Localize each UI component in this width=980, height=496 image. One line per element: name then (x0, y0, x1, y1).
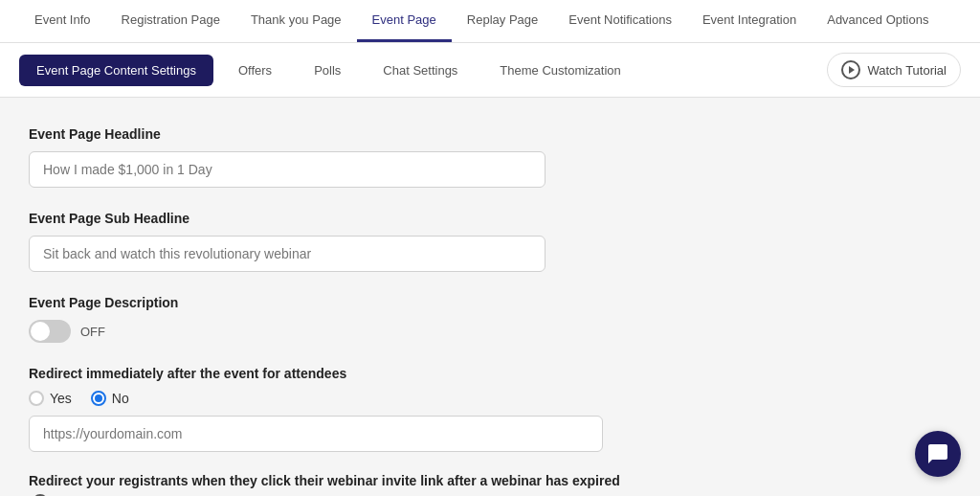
watch-tutorial-button[interactable]: Watch Tutorial (827, 53, 961, 87)
radio-no-item[interactable]: No (91, 391, 129, 406)
description-label: Event Page Description (29, 295, 622, 310)
chat-bubble-icon (926, 442, 949, 465)
chat-bubble-button[interactable] (915, 431, 961, 477)
redirect-attendees-section: Redirect immediately after the event for… (29, 366, 622, 452)
subnav-offers[interactable]: Offers (221, 55, 289, 86)
radio-yes-item[interactable]: Yes (29, 391, 72, 406)
play-icon (841, 60, 860, 79)
headline-section: Event Page Headline (29, 126, 622, 188)
registrant-redirect-label: Redirect your registrants when they clic… (29, 471, 622, 496)
sub-headline-section: Event Page Sub Headline (29, 211, 622, 272)
nav-replay-page[interactable]: Replay Page (452, 0, 553, 42)
radio-no-label: No (112, 391, 129, 406)
sub-navigation: Event Page Content Settings Offers Polls… (0, 43, 980, 98)
headline-label: Event Page Headline (29, 126, 622, 142)
redirect-radio-group: Yes No (29, 391, 622, 406)
sub-headline-input[interactable] (29, 236, 546, 272)
nav-event-notifications[interactable]: Event Notifications (553, 0, 687, 42)
nav-thank-you-page[interactable]: Thank you Page (235, 0, 357, 42)
redirect-url-input[interactable] (29, 416, 603, 452)
subnav-theme-customization[interactable]: Theme Customization (482, 55, 637, 86)
description-toggle[interactable] (29, 320, 71, 343)
watch-tutorial-label: Watch Tutorial (867, 63, 947, 78)
headline-input[interactable] (29, 151, 546, 188)
nav-event-info[interactable]: Event Info (19, 0, 106, 42)
toggle-knob (31, 322, 50, 341)
sub-headline-label: Event Page Sub Headline (29, 211, 622, 226)
nav-event-integration[interactable]: Event Integration (687, 0, 812, 42)
radio-yes-label: Yes (50, 391, 72, 406)
description-toggle-label: OFF (80, 325, 105, 339)
registrant-redirect-section: Redirect your registrants when they clic… (29, 471, 622, 496)
nav-registration-page[interactable]: Registration Page (106, 0, 235, 42)
subnav-polls[interactable]: Polls (297, 55, 358, 86)
top-navigation: Event Info Registration Page Thank you P… (0, 0, 980, 43)
subnav-event-page-content[interactable]: Event Page Content Settings (19, 55, 213, 86)
description-toggle-wrap: OFF (29, 320, 622, 343)
radio-yes-circle (29, 391, 44, 406)
radio-no-circle (91, 391, 106, 406)
main-content: Event Page Headline Event Page Sub Headl… (0, 98, 651, 496)
description-section: Event Page Description OFF (29, 295, 622, 343)
nav-event-page[interactable]: Event Page (357, 0, 452, 42)
redirect-attendees-label: Redirect immediately after the event for… (29, 366, 622, 381)
nav-advanced-options[interactable]: Advanced Options (812, 0, 944, 42)
subnav-chat-settings[interactable]: Chat Settings (366, 55, 475, 86)
